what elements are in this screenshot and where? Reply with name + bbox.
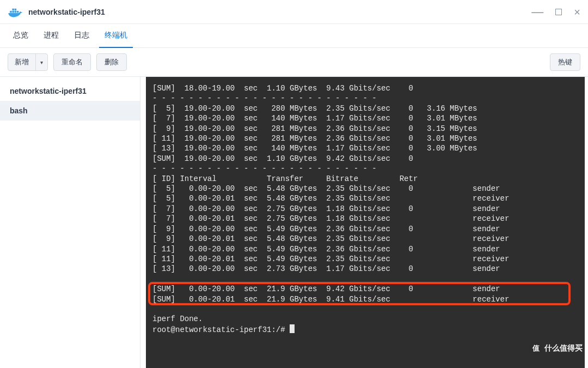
svg-rect-5 <box>17 10 19 13</box>
main-tabs: 总览 进程 日志 终端机 <box>0 24 588 48</box>
terminal-line: [ ID] Interval Transfer Bitrate Retr <box>152 174 578 184</box>
terminal-line: - - - - - - - - - - - - - - - - - - - - … <box>152 93 578 103</box>
toolbar: 新增 ▾ 重命名 删除 热键 <box>0 48 588 77</box>
terminal-output[interactable]: [SUM] 18.00-19.00 sec 1.10 GBytes 9.43 G… <box>146 77 585 368</box>
terminal-line: [ 11] 0.00-20.00 sec 5.49 GBytes 2.36 Gb… <box>152 244 578 254</box>
terminal-line: iperf Done. <box>152 314 578 324</box>
svg-rect-4 <box>15 8 17 10</box>
rename-button[interactable]: 重命名 <box>53 53 91 71</box>
app-window: networkstatic-iperf31 — × 总览 进程 日志 终端机 新… <box>0 0 588 368</box>
terminal-line: [ 9] 0.00-20.01 sec 5.48 GBytes 2.35 Gbi… <box>152 234 578 244</box>
terminal-cursor <box>290 324 295 333</box>
terminal-line: [ 11] 0.00-20.01 sec 5.49 GBytes 2.35 Gb… <box>152 254 578 264</box>
terminal-line: [ 7] 0.00-20.00 sec 2.75 GBytes 1.18 Gbi… <box>152 204 578 214</box>
terminal-line: [SUM] 19.00-20.00 sec 1.10 GBytes 9.42 G… <box>152 154 578 164</box>
add-button[interactable]: 新增 ▾ <box>8 53 48 71</box>
add-button-label: 新增 <box>8 54 35 70</box>
sidebar-item-session-0[interactable]: networkstatic-iperf31 <box>0 81 140 101</box>
terminal-line: [ 5] 0.00-20.00 sec 5.48 GBytes 2.35 Gbi… <box>152 184 578 194</box>
terminal-sidebar: networkstatic-iperf31 bash <box>0 77 140 368</box>
terminal-line: [SUM] 0.00-20.00 sec 21.9 GBytes 9.42 Gb… <box>152 284 578 294</box>
svg-rect-2 <box>15 10 17 13</box>
terminal-line: [ 9] 0.00-20.00 sec 5.49 GBytes 2.36 Gbi… <box>152 224 578 234</box>
terminal-line: [ 7] 0.00-20.01 sec 2.75 GBytes 1.18 Gbi… <box>152 214 578 224</box>
chevron-down-icon[interactable]: ▾ <box>35 54 47 70</box>
tab-logs[interactable]: 日志 <box>66 24 97 47</box>
window-controls: — × <box>531 7 580 17</box>
hotkey-button[interactable]: 热键 <box>550 53 580 71</box>
terminal-line: root@networkstatic-iperf31:/# <box>152 324 578 335</box>
tab-overview[interactable]: 总览 <box>5 24 36 47</box>
terminal-line: [ 11] 19.00-20.00 sec 281 MBytes 2.36 Gb… <box>152 134 578 143</box>
window-title: networkstatic-iperf31 <box>28 8 531 16</box>
titlebar: networkstatic-iperf31 — × <box>0 0 588 24</box>
terminal-line: [ 5] 19.00-20.00 sec 280 MBytes 2.35 Gbi… <box>152 104 578 113</box>
svg-rect-3 <box>12 8 14 10</box>
svg-rect-1 <box>12 10 14 13</box>
minimize-button[interactable]: — <box>531 10 543 14</box>
terminal-line <box>152 274 578 284</box>
delete-button[interactable]: 删除 <box>96 53 127 71</box>
terminal-line: [SUM] 0.00-20.01 sec 21.9 GBytes 9.41 Gb… <box>152 294 578 304</box>
terminal-line: - - - - - - - - - - - - - - - - - - - - … <box>152 164 578 173</box>
terminal-line: [ 13] 19.00-20.00 sec 140 MBytes 1.17 Gb… <box>152 143 578 153</box>
maximize-button[interactable] <box>555 9 562 15</box>
terminal-panel: [SUM] 18.00-19.00 sec 1.10 GBytes 9.43 G… <box>140 77 588 368</box>
terminal-line: [ 13] 0.00-20.00 sec 2.73 GBytes 1.17 Gb… <box>152 264 578 274</box>
watermark-text: 什么值得买 <box>544 343 583 353</box>
close-button[interactable]: × <box>574 7 580 17</box>
sidebar-item-session-1[interactable]: bash <box>0 101 140 120</box>
watermark-icon: 值 <box>529 342 542 355</box>
terminal-line: [SUM] 18.00-19.00 sec 1.10 GBytes 9.43 G… <box>152 83 578 93</box>
svg-rect-0 <box>10 10 12 13</box>
content-body: networkstatic-iperf31 bash [SUM] 18.00-1… <box>0 77 588 368</box>
docker-whale-icon <box>8 4 23 20</box>
terminal-line <box>152 304 578 314</box>
terminal-line: [ 9] 19.00-20.00 sec 281 MBytes 2.36 Gbi… <box>152 124 578 134</box>
tab-terminal[interactable]: 终端机 <box>97 24 135 47</box>
terminal-line: [ 5] 0.00-20.01 sec 5.48 GBytes 2.35 Gbi… <box>152 194 578 203</box>
watermark: 值 什么值得买 <box>529 342 583 355</box>
tab-process[interactable]: 进程 <box>36 24 66 47</box>
terminal-line: [ 7] 19.00-20.00 sec 140 MBytes 1.17 Gbi… <box>152 113 578 123</box>
